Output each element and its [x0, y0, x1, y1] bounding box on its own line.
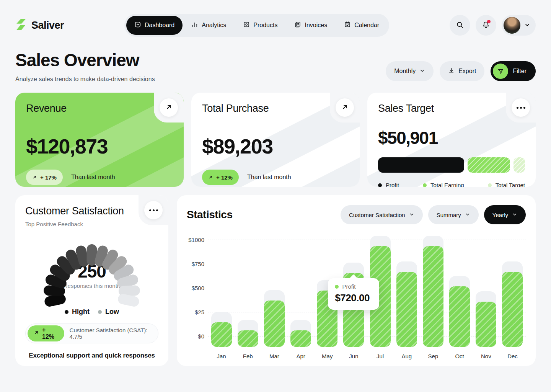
change-badge: + 17% — [26, 170, 63, 185]
tab-label: Invoices — [305, 22, 327, 29]
range-select[interactable]: Yearly — [484, 205, 526, 224]
header-actions: Monthly Export Filter — [386, 61, 536, 83]
view-select[interactable]: Summary — [428, 205, 479, 224]
filter-button[interactable]: Filter — [491, 61, 536, 81]
calendar-icon — [344, 21, 351, 29]
card-notch — [139, 195, 168, 225]
bar-feb[interactable] — [238, 330, 258, 347]
export-button[interactable]: Export — [440, 61, 484, 81]
bar-column — [261, 236, 287, 347]
legend-label: Hight — [72, 308, 90, 316]
tab-calendar[interactable]: Calendar — [336, 16, 387, 35]
legend-dot — [423, 183, 427, 187]
legend-item: Total Target — [488, 182, 525, 187]
legend-dot — [98, 310, 102, 314]
filter-icon — [493, 64, 508, 79]
ellipsis-icon — [517, 107, 525, 109]
chevron-down-icon — [419, 68, 425, 75]
kpi-cards: Revenue $120,873 + 17% Than last month — [15, 93, 536, 187]
bar-mar[interactable] — [264, 301, 285, 347]
card-notch — [330, 93, 360, 122]
arrow-up-right-icon — [341, 103, 349, 112]
page-header: Sales Overview Analyze sales trends to m… — [15, 50, 536, 83]
sales-target-menu-button[interactable] — [512, 98, 530, 117]
month-label: May — [314, 353, 341, 359]
satisfaction-gauge: 250 Responses this month — [25, 228, 158, 308]
legend-dot — [378, 183, 382, 187]
ellipsis-icon — [149, 209, 158, 211]
bar-apr[interactable] — [290, 330, 311, 347]
customer-satisfaction-card: Customer Satisfaction Top Positive Feedb… — [15, 195, 168, 366]
target-legend: Profit Total Earning Total Target — [378, 182, 525, 187]
arrow-up-right-icon — [32, 174, 37, 181]
legend-label: Total Earning — [430, 182, 464, 187]
bar-nov[interactable] — [476, 302, 496, 347]
search-icon — [456, 21, 464, 30]
total-purchase-value: $89,203 — [202, 134, 349, 158]
tab-products[interactable]: Products — [235, 16, 285, 35]
sales-target-value: $50,901 — [378, 127, 525, 148]
target-progress — [378, 157, 525, 173]
tab-label: Analytics — [202, 22, 226, 29]
change-value: + 17% — [40, 174, 57, 181]
bar-aug[interactable] — [396, 272, 417, 347]
logo[interactable]: Saliver — [15, 19, 64, 32]
chevron-down-icon — [409, 212, 414, 218]
legend-dot — [488, 183, 492, 187]
logo-icon — [15, 19, 27, 32]
revenue-card: Revenue $120,873 + 17% Than last month — [15, 93, 184, 187]
bar-column — [288, 236, 314, 347]
bar-dec[interactable] — [502, 272, 523, 347]
tooltip-value: $720.00 — [335, 292, 372, 304]
bar-column — [420, 236, 446, 347]
avatar — [504, 17, 520, 34]
y-axis: $1000$750$500$25$0 — [187, 236, 208, 347]
csat-summary: + 12% Customer Satisfaction (CSAT): 4.7/… — [25, 323, 158, 343]
month-label: Feb — [235, 353, 261, 359]
chevron-down-icon — [465, 212, 470, 218]
y-axis-label: $1000 — [188, 237, 204, 243]
bar-column — [473, 236, 499, 347]
tab-invoices[interactable]: Invoices — [286, 16, 335, 35]
card-title: Sales Target — [378, 103, 525, 114]
month-label: Jan — [208, 353, 235, 359]
month-label: Nov — [473, 353, 499, 359]
bar-sep[interactable] — [423, 246, 443, 347]
bar-oct[interactable] — [449, 286, 470, 347]
month-label: Oct — [447, 353, 473, 359]
compare-label: Than last month — [71, 174, 115, 181]
download-icon — [448, 67, 455, 75]
csat-score: Customer Satisfaction (CSAT): 4.7/5 — [70, 327, 156, 340]
legend-item: Total Earning — [423, 182, 464, 187]
y-axis-label: $0 — [198, 333, 204, 340]
open-revenue-button[interactable] — [160, 98, 178, 117]
profile-menu[interactable] — [502, 15, 536, 36]
statistics-card: Statistics Customer Satisfaction Summary… — [177, 195, 536, 366]
progress-segment-total-target — [514, 157, 525, 173]
card-subtitle: Top Positive Feedback — [25, 221, 158, 227]
notifications-button[interactable] — [476, 15, 496, 36]
month-label: Jun — [341, 353, 367, 359]
notification-dot — [487, 20, 491, 23]
bar-jan[interactable] — [211, 322, 232, 347]
card-title: Statistics — [187, 209, 233, 221]
tab-dashboard[interactable]: Dashboard — [126, 16, 183, 35]
tab-analytics[interactable]: Analytics — [183, 16, 234, 35]
bottom-row: Customer Satisfaction Top Positive Feedb… — [15, 195, 536, 366]
search-button[interactable] — [450, 15, 470, 36]
period-select[interactable]: Monthly — [386, 61, 434, 81]
arrow-up-right-icon — [208, 174, 213, 181]
legend-item: Low — [98, 308, 119, 316]
legend-label: Low — [105, 308, 119, 316]
statistics-filters: Customer Satisfaction Summary Yearly — [341, 205, 526, 224]
bar-chart: $1000$750$500$25$0 Profit $720.00 JanFeb… — [187, 236, 526, 359]
change-value: + 12% — [216, 174, 233, 181]
month-label: Jul — [367, 353, 393, 359]
grid-icon — [243, 21, 250, 29]
open-total-purchase-button[interactable] — [336, 98, 354, 117]
tooltip-label: Profit — [342, 283, 355, 290]
satisfaction-menu-button[interactable] — [144, 201, 163, 219]
topbar: Saliver Dashboard Analytics Products — [15, 14, 536, 37]
month-label: Dec — [499, 353, 526, 359]
metric-select[interactable]: Customer Satisfaction — [341, 205, 423, 224]
